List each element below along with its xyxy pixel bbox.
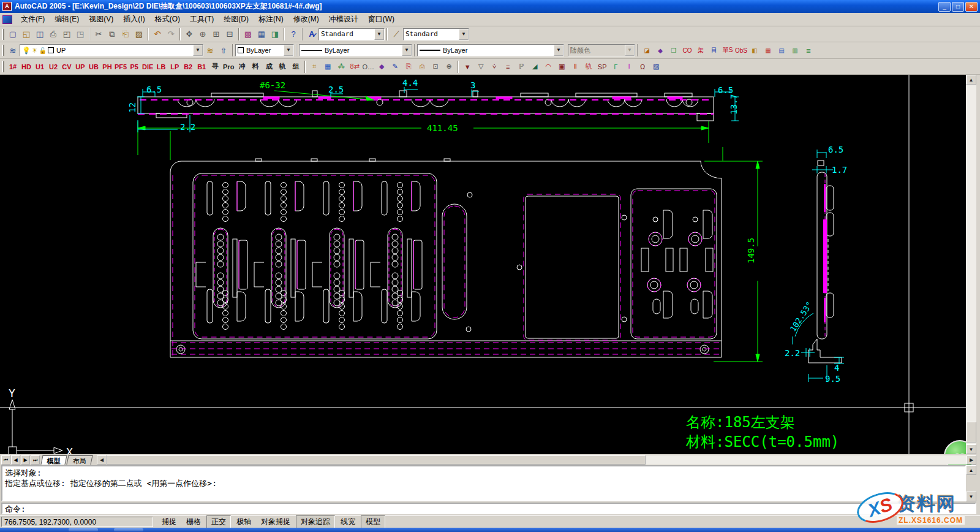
- color-grid-icon[interactable]: ▦: [761, 44, 775, 57]
- scroll-thumb[interactable]: [966, 422, 976, 443]
- design-center-icon[interactable]: ▦: [255, 28, 268, 41]
- die-purple-book-icon[interactable]: ◆: [375, 60, 388, 74]
- die-tool-button-组[interactable]: 组: [289, 60, 303, 74]
- match-properties-icon[interactable]: ▨: [132, 28, 146, 41]
- command-history[interactable]: 选择对象:指定基点或位移: 指定位移的第二点或 <用第一点作位移>:: [1, 465, 966, 501]
- die-punch-6-icon[interactable]: ◢: [528, 60, 541, 74]
- die-tool-button-轨[interactable]: 轨: [276, 60, 289, 74]
- taskbar-item[interactable]: [114, 528, 143, 531]
- die-pencil-a-icon[interactable]: ✎: [388, 60, 402, 74]
- toolbar-grip[interactable]: [2, 61, 4, 72]
- die-punch-11-icon[interactable]: SP: [595, 60, 609, 74]
- menu-item-4[interactable]: 插入(I): [118, 12, 149, 26]
- menu-item-5[interactable]: 格式(O): [150, 12, 185, 26]
- dan-s-icon[interactable]: 單S: [721, 44, 734, 57]
- menu-item-2[interactable]: 编辑(E): [50, 12, 84, 26]
- scroll-right-icon[interactable]: ▶: [967, 455, 976, 465]
- dim-style-combo[interactable]: Standard ▼: [403, 28, 469, 40]
- die-punch-15-icon[interactable]: ▨: [649, 60, 663, 74]
- properties-icon[interactable]: ▩: [241, 28, 255, 41]
- new-icon[interactable]: ▢: [6, 28, 20, 41]
- die-layer-button-PH[interactable]: PH: [100, 60, 114, 74]
- die-punch-2-icon[interactable]: ▽: [474, 60, 488, 74]
- status-toggle-线宽[interactable]: 线宽: [336, 516, 360, 528]
- scroll-left-icon[interactable]: ◀: [97, 455, 107, 465]
- publish-icon[interactable]: ◳: [74, 28, 87, 41]
- zoom-window-icon[interactable]: ⊞: [209, 28, 223, 41]
- text-style-combo[interactable]: Standard ▼: [318, 28, 385, 40]
- die-circ-plus-icon[interactable]: ⊕: [442, 60, 456, 74]
- layer-previous-icon[interactable]: ⇧: [217, 44, 230, 57]
- paste-icon[interactable]: ⎗: [119, 28, 132, 41]
- close-button[interactable]: ✕: [965, 2, 978, 12]
- chevron-down-icon[interactable]: ▼: [284, 45, 293, 56]
- die-circ-1-icon[interactable]: ⊡: [429, 60, 442, 74]
- die-layer-button-PF5[interactable]: PF5: [114, 60, 127, 74]
- menu-item-11[interactable]: 窗口(W): [363, 12, 399, 26]
- die-layer-button-HD[interactable]: HD: [20, 60, 33, 74]
- tab-nav-3[interactable]: ▶: [21, 455, 30, 465]
- tab-model[interactable]: 模型: [40, 455, 67, 465]
- die-layer-button-CV[interactable]: CV: [60, 60, 74, 74]
- die-punch-1-icon[interactable]: ▼: [461, 60, 474, 74]
- scroll-thumb[interactable]: [107, 455, 646, 465]
- status-toggle-捕捉[interactable]: 捕捉: [157, 516, 181, 528]
- die-layer-button-1#[interactable]: 1#: [6, 60, 20, 74]
- die-dim-points-icon[interactable]: ⁂: [334, 60, 348, 74]
- chevron-down-icon[interactable]: ▼: [402, 45, 412, 56]
- die-punch-5-icon[interactable]: ℙ: [514, 60, 528, 74]
- toolbar-grip[interactable]: [2, 29, 4, 40]
- die-stamp-2-icon[interactable]: ⎙: [415, 60, 429, 74]
- menu-item-6[interactable]: 工具(T): [185, 12, 219, 26]
- die-layer-button-U1[interactable]: U1: [33, 60, 47, 74]
- green-list-icon[interactable]: ▥: [788, 44, 802, 57]
- die-layer-button-P5[interactable]: P5: [127, 60, 141, 74]
- make-layer-current-icon[interactable]: ≋: [203, 44, 217, 57]
- die-layer-button-U2[interactable]: U2: [47, 60, 60, 74]
- die-punch-12-icon[interactable]: Γ: [609, 60, 622, 74]
- pan-icon[interactable]: ✥: [183, 28, 196, 41]
- die-layer-button-UP[interactable]: UP: [74, 60, 87, 74]
- linetype-combo[interactable]: ByLayer ▼: [299, 44, 412, 56]
- die-punch-3-icon[interactable]: ⩒: [488, 60, 501, 74]
- die-punch-14-icon[interactable]: Ω: [636, 60, 649, 74]
- die-punch-8-icon[interactable]: ▣: [555, 60, 568, 74]
- book-stack-icon[interactable]: ≣: [802, 44, 815, 57]
- tab-nav-1[interactable]: ⏮: [1, 455, 10, 465]
- drawing-canvas[interactable]: 6.5122.2#6-322.54.43411.456.513.7149.56.…: [0, 75, 966, 454]
- die-tool-button-寻[interactable]: 寻: [208, 60, 222, 74]
- plot-preview-icon[interactable]: ◰: [60, 28, 74, 41]
- tab-nav-2[interactable]: ◀: [11, 455, 20, 465]
- die-punch-7-icon[interactable]: ◠: [541, 60, 555, 74]
- lineweight-combo[interactable]: ByLayer ▼: [417, 44, 564, 56]
- scroll-track[interactable]: [966, 85, 976, 444]
- menu-item-10[interactable]: 冲模设计: [324, 12, 363, 26]
- layer-stack-icon[interactable]: ❒: [667, 44, 680, 57]
- die-layer-button-B2[interactable]: B2: [181, 60, 195, 74]
- toolbar-grip[interactable]: [2, 45, 4, 56]
- tab-layout[interactable]: 布局: [66, 455, 92, 465]
- undo-icon[interactable]: ↶: [151, 28, 164, 41]
- chevron-down-icon[interactable]: ▼: [554, 45, 564, 56]
- die-dim-table-icon[interactable]: ▦: [321, 60, 334, 74]
- cut-icon[interactable]: ✂: [92, 28, 105, 41]
- minimize-button[interactable]: _: [938, 2, 951, 12]
- scroll-up-icon[interactable]: ▲: [966, 465, 976, 475]
- restore-button[interactable]: □: [952, 2, 964, 12]
- status-toggle-正交[interactable]: 正交: [206, 515, 231, 528]
- die-punch-13-icon[interactable]: Ⅰ: [622, 60, 636, 74]
- status-toggle-极轴[interactable]: 极轴: [232, 516, 255, 528]
- open-icon[interactable]: ◱: [20, 28, 33, 41]
- status-toggle-模型[interactable]: 模型: [361, 515, 385, 528]
- menu-item-8[interactable]: 标注(N): [254, 12, 288, 26]
- menu-item-1[interactable]: 文件(F): [16, 12, 50, 26]
- lock-icon[interactable]: 🔓: [39, 47, 47, 54]
- bulb-icon[interactable]: 💡: [22, 47, 31, 55]
- menu-item-7[interactable]: 绘图(D): [219, 12, 254, 26]
- zoom-previous-icon[interactable]: ⊟: [223, 28, 236, 41]
- command-input[interactable]: 命令:: [1, 503, 976, 514]
- die-punch-10-icon[interactable]: 轨: [582, 60, 595, 74]
- die-layer-button-LB[interactable]: LB: [154, 60, 168, 74]
- color-table-icon[interactable]: ▤: [775, 44, 788, 57]
- copy-icon[interactable]: ⧉: [105, 28, 119, 41]
